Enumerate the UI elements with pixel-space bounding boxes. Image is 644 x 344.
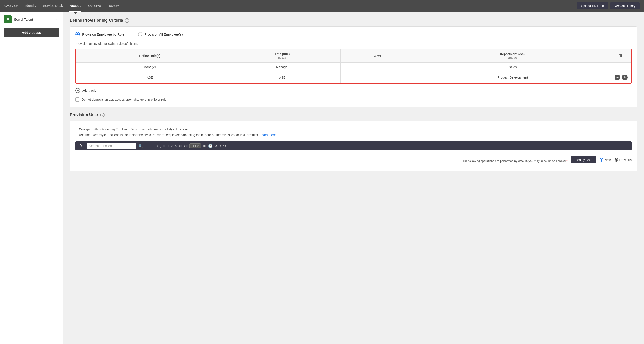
bullet-2: Use the Excel-style functions in the too… [79, 132, 632, 138]
table-row: Manager Manager Sales [76, 63, 631, 72]
nav-item-observe[interactable]: Observe [88, 0, 101, 12]
brand-name: Social Talent [14, 18, 33, 21]
sidebar-menu-icon[interactable]: ⋮ [55, 17, 59, 22]
sidebar: ≡ Social Talent ⋮ Add Access [0, 12, 63, 344]
op-less[interactable]: < [175, 144, 176, 148]
top-nav: Overview Identity Service Desk Access Ob… [0, 0, 644, 12]
layout: ≡ Social Talent ⋮ Add Access Define Prov… [0, 12, 644, 344]
main-content: Define Provisioning Criteria ? Provision… [63, 12, 644, 344]
nav-actions: Upload HR Data Version History [577, 2, 640, 10]
op-divide[interactable]: / [155, 144, 156, 148]
op-not-equals[interactable]: != [166, 144, 169, 148]
op-open-paren[interactable]: ( [157, 144, 158, 148]
upload-hr-data-button[interactable]: Upload HR Data [577, 2, 608, 10]
add-rule[interactable]: + Add a rule [75, 88, 632, 93]
radio-provision-by-role[interactable]: Provision Employee by Role [75, 32, 124, 37]
row1-actions [611, 63, 632, 72]
bullet-1: Configure attributes using Employee Data… [79, 126, 632, 132]
op-close-paren[interactable]: ) [160, 144, 161, 148]
define-provisioning-title: Define Provisioning Criteria ? [70, 18, 637, 23]
deprovision-label: Do not deprovision app access upon chang… [82, 98, 166, 101]
table-row: ASE ASE Product Development − + [76, 72, 631, 83]
provision-user-card: Configure attributes using Employee Data… [70, 121, 637, 171]
op-less-eq[interactable]: <= [178, 144, 182, 148]
radio-previous-circle [614, 158, 618, 162]
radio-by-role-circle [75, 32, 80, 37]
nav-item-overview[interactable]: Overview [4, 0, 19, 12]
text-icon[interactable]: 𝐀 [215, 144, 218, 148]
provision-user-title: Provision User ? [70, 113, 637, 117]
row1-dept: Sales [415, 63, 611, 72]
col-header-dept: Department (de... Equals [415, 49, 611, 63]
row2-role: ASE [76, 72, 224, 83]
add-row-button[interactable]: + [622, 75, 628, 80]
prev-button[interactable]: PREV [189, 143, 201, 148]
radio-all-circle [138, 32, 142, 37]
nav-item-access-wrap: Access [70, 0, 82, 12]
op-plus[interactable]: + [145, 144, 147, 148]
version-history-button[interactable]: Version History [610, 2, 640, 10]
nav-item-review[interactable]: Review [108, 0, 119, 12]
deprovision-checkbox[interactable] [75, 97, 80, 102]
deprovision-checkbox-row[interactable]: Do not deprovision app access upon chang… [75, 97, 632, 102]
radio-new-circle [600, 158, 603, 162]
provision-user-list: Configure attributes using Employee Data… [75, 126, 632, 138]
row1-role: Manager [76, 63, 224, 72]
search-function-input-wrapper[interactable]: Search Function [86, 143, 136, 149]
identity-data-bar: The following operations are performed b… [75, 154, 632, 166]
sidebar-header: ≡ Social Talent ⋮ [4, 15, 59, 24]
radio-new-label: New [605, 158, 611, 162]
add-access-button[interactable]: Add Access [4, 28, 59, 37]
row2-actions: − + [611, 72, 632, 83]
add-rule-icon: + [75, 88, 80, 93]
col-header-title: Title (title) Equals [224, 49, 341, 63]
rules-table: Define Role(s) Title (title) Equals AND … [76, 49, 631, 83]
sidebar-brand: ≡ Social Talent [4, 15, 33, 24]
fx-badge: fx [78, 143, 84, 149]
learn-more-link[interactable]: Learn more [260, 133, 276, 137]
radio-previous-option[interactable]: Previous [614, 158, 632, 162]
row1-title: Manager [224, 63, 341, 72]
op-multiply[interactable]: * [152, 144, 153, 148]
row1-and [340, 63, 415, 72]
col-header-and: AND [340, 49, 415, 63]
operations-text: The following operations are performed b… [462, 159, 568, 162]
provision-user-help-icon[interactable]: ? [100, 113, 104, 117]
grid-icon[interactable]: ⊞ [203, 144, 206, 148]
provisioning-card: Provision Employee by Role Provision All… [70, 26, 637, 107]
op-greater[interactable]: > [171, 144, 173, 148]
provisioning-help-icon[interactable]: ? [125, 18, 129, 23]
nav-items: Overview Identity Service Desk Access Ob… [4, 0, 577, 12]
nav-item-access[interactable]: Access [70, 0, 82, 12]
op-minus[interactable]: - [149, 144, 150, 148]
provision-label: Provision users with following rule defi… [75, 42, 632, 46]
radio-new-option[interactable]: New [600, 158, 611, 162]
toolbar-operators: + - * / ( ) = != > < <= >= PREV [145, 143, 201, 148]
op-greater-eq[interactable]: >= [184, 144, 188, 148]
row2-and [340, 72, 415, 83]
row2-dept: Product Development [415, 72, 611, 83]
row2-action-buttons: − + [614, 75, 628, 80]
delete-all-icon[interactable]: 🗑 [619, 53, 623, 58]
nav-item-identity[interactable]: Identity [26, 0, 36, 12]
col-header-role: Define Role(s) [76, 49, 224, 63]
radio-group: Provision Employee by Role Provision All… [75, 32, 632, 37]
op-equals[interactable]: = [163, 144, 165, 148]
formula-toolbar: fx Search Function 🔍 + - * / ( ) = != > … [75, 141, 632, 150]
nav-item-service-desk[interactable]: Service Desk [43, 0, 63, 12]
search-icon[interactable]: 🔍 [138, 144, 143, 148]
info-icon[interactable]: 𝑖 [220, 144, 221, 148]
col-header-actions: 🗑 [611, 49, 632, 63]
radio-provision-all[interactable]: Provision All Employee(s) [138, 32, 183, 37]
rules-container: Define Role(s) Title (title) Equals AND … [75, 49, 632, 84]
search-function-placeholder: Search Function [89, 144, 112, 148]
formula-icon[interactable]: ✿ [223, 144, 226, 148]
row2-title: ASE [224, 72, 341, 83]
brand-icon: ≡ [4, 15, 12, 24]
clock-icon[interactable]: 🕐 [208, 144, 213, 148]
identity-data-label: Identity Data [571, 156, 596, 163]
remove-row-button[interactable]: − [614, 75, 620, 80]
required-star: * [566, 159, 568, 162]
radio-previous-label: Previous [620, 158, 632, 162]
